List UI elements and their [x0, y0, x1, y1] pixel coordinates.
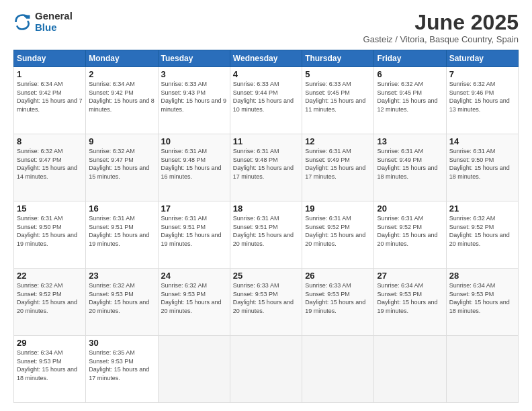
calendar-cell: 25 Sunrise: 6:33 AM Sunset: 9:53 PM Dayl…: [230, 269, 302, 336]
day-info: Sunrise: 6:34 AM Sunset: 9:53 PM Dayligh…: [17, 349, 83, 382]
day-number: 9: [89, 136, 154, 146]
day-info: Sunrise: 6:31 AM Sunset: 9:48 PM Dayligh…: [161, 147, 227, 181]
day-info: Sunrise: 6:31 AM Sunset: 9:51 PM Dayligh…: [161, 214, 227, 248]
day-number: 17: [161, 203, 227, 214]
day-number: 23: [89, 271, 154, 281]
header-monday: Monday: [86, 50, 158, 67]
calendar-cell: 28 Sunrise: 6:34 AM Sunset: 9:53 PM Dayl…: [446, 269, 518, 336]
calendar-cell: [158, 336, 230, 403]
calendar-cell: 3 Sunrise: 6:33 AM Sunset: 9:43 PM Dayli…: [158, 67, 230, 134]
calendar-cell: 4 Sunrise: 6:33 AM Sunset: 9:44 PM Dayli…: [230, 67, 302, 134]
calendar-cell: 18 Sunrise: 6:31 AM Sunset: 9:51 PM Dayl…: [230, 201, 302, 269]
calendar-cell: 16 Sunrise: 6:31 AM Sunset: 9:51 PM Dayl…: [86, 201, 158, 269]
day-info: Sunrise: 6:32 AM Sunset: 9:53 PM Dayligh…: [89, 281, 154, 315]
day-number: 22: [17, 271, 83, 281]
day-number: 7: [449, 69, 515, 79]
day-number: 24: [161, 271, 227, 281]
calendar-header-row: SundayMondayTuesdayWednesdayThursdayFrid…: [14, 50, 519, 67]
calendar-cell: 14 Sunrise: 6:31 AM Sunset: 9:50 PM Dayl…: [446, 134, 518, 201]
header-friday: Friday: [374, 50, 446, 67]
day-number: 18: [233, 203, 299, 214]
day-info: Sunrise: 6:34 AM Sunset: 9:42 PM Dayligh…: [89, 80, 154, 113]
day-number: 5: [305, 69, 371, 79]
day-info: Sunrise: 6:31 AM Sunset: 9:51 PM Dayligh…: [233, 214, 299, 248]
calendar-cell: 17 Sunrise: 6:31 AM Sunset: 9:51 PM Dayl…: [158, 201, 230, 269]
calendar-cell: 6 Sunrise: 6:32 AM Sunset: 9:45 PM Dayli…: [374, 67, 446, 134]
day-number: 28: [449, 271, 515, 281]
day-info: Sunrise: 6:31 AM Sunset: 9:52 PM Dayligh…: [305, 214, 371, 248]
day-info: Sunrise: 6:32 AM Sunset: 9:53 PM Dayligh…: [161, 281, 227, 315]
day-info: Sunrise: 6:32 AM Sunset: 9:52 PM Dayligh…: [449, 214, 515, 248]
calendar-cell: 11 Sunrise: 6:31 AM Sunset: 9:48 PM Dayl…: [230, 134, 302, 201]
header-tuesday: Tuesday: [158, 50, 230, 67]
logo-icon: [13, 13, 32, 32]
day-info: Sunrise: 6:34 AM Sunset: 9:42 PM Dayligh…: [17, 80, 83, 113]
calendar-week-3: 15 Sunrise: 6:31 AM Sunset: 9:50 PM Dayl…: [14, 201, 519, 269]
header-wednesday: Wednesday: [230, 50, 302, 67]
calendar-cell: 26 Sunrise: 6:33 AM Sunset: 9:53 PM Dayl…: [302, 269, 374, 336]
day-number: 6: [377, 69, 443, 79]
calendar-cell: 2 Sunrise: 6:34 AM Sunset: 9:42 PM Dayli…: [86, 67, 158, 134]
calendar-cell: 20 Sunrise: 6:31 AM Sunset: 9:52 PM Dayl…: [374, 201, 446, 269]
day-info: Sunrise: 6:31 AM Sunset: 9:49 PM Dayligh…: [377, 147, 443, 181]
day-info: Sunrise: 6:31 AM Sunset: 9:50 PM Dayligh…: [449, 147, 515, 181]
calendar-cell: 27 Sunrise: 6:34 AM Sunset: 9:53 PM Dayl…: [374, 269, 446, 336]
day-number: 16: [89, 203, 154, 214]
calendar-week-5: 29 Sunrise: 6:34 AM Sunset: 9:53 PM Dayl…: [14, 336, 519, 403]
day-number: 15: [17, 203, 83, 214]
day-number: 30: [89, 338, 154, 348]
day-number: 1: [17, 69, 83, 79]
day-number: 14: [449, 136, 515, 146]
calendar-table: SundayMondayTuesdayWednesdayThursdayFrid…: [13, 50, 519, 403]
calendar-cell: 30 Sunrise: 6:35 AM Sunset: 9:53 PM Dayl…: [86, 336, 158, 403]
calendar-cell: 29 Sunrise: 6:34 AM Sunset: 9:53 PM Dayl…: [14, 336, 86, 403]
day-number: 26: [305, 271, 371, 281]
logo-general: General: [35, 11, 73, 22]
calendar-cell: 10 Sunrise: 6:31 AM Sunset: 9:48 PM Dayl…: [158, 134, 230, 201]
logo: General Blue: [13, 11, 73, 33]
day-number: 3: [161, 69, 227, 79]
day-number: 19: [305, 203, 371, 214]
header-sunday: Sunday: [14, 50, 86, 67]
header: General Blue June 2025 Gasteiz / Vitoria…: [13, 11, 519, 44]
calendar-cell: 7 Sunrise: 6:32 AM Sunset: 9:46 PM Dayli…: [446, 67, 518, 134]
day-info: Sunrise: 6:31 AM Sunset: 9:51 PM Dayligh…: [89, 214, 154, 248]
day-info: Sunrise: 6:32 AM Sunset: 9:45 PM Dayligh…: [377, 80, 443, 113]
day-info: Sunrise: 6:32 AM Sunset: 9:46 PM Dayligh…: [449, 80, 515, 113]
day-number: 4: [233, 69, 299, 79]
day-info: Sunrise: 6:33 AM Sunset: 9:53 PM Dayligh…: [305, 281, 371, 315]
day-number: 10: [161, 136, 227, 146]
day-info: Sunrise: 6:33 AM Sunset: 9:45 PM Dayligh…: [305, 80, 371, 113]
day-number: 12: [305, 136, 371, 146]
calendar-cell: 12 Sunrise: 6:31 AM Sunset: 9:49 PM Dayl…: [302, 134, 374, 201]
day-info: Sunrise: 6:31 AM Sunset: 9:48 PM Dayligh…: [233, 147, 299, 181]
calendar-cell: 1 Sunrise: 6:34 AM Sunset: 9:42 PM Dayli…: [14, 67, 86, 134]
day-info: Sunrise: 6:31 AM Sunset: 9:49 PM Dayligh…: [305, 147, 371, 181]
calendar-cell: 9 Sunrise: 6:32 AM Sunset: 9:47 PM Dayli…: [86, 134, 158, 201]
calendar-cell: 23 Sunrise: 6:32 AM Sunset: 9:53 PM Dayl…: [86, 269, 158, 336]
day-info: Sunrise: 6:31 AM Sunset: 9:50 PM Dayligh…: [17, 214, 83, 248]
day-number: 25: [233, 271, 299, 281]
day-info: Sunrise: 6:33 AM Sunset: 9:44 PM Dayligh…: [233, 80, 299, 113]
calendar-cell: [374, 336, 446, 403]
title-block: June 2025 Gasteiz / Vitoria, Basque Coun…: [363, 11, 519, 44]
title-month: June 2025: [363, 11, 519, 34]
day-number: 27: [377, 271, 443, 281]
title-location: Gasteiz / Vitoria, Basque Country, Spain: [363, 34, 519, 44]
day-info: Sunrise: 6:31 AM Sunset: 9:52 PM Dayligh…: [377, 214, 443, 248]
day-number: 2: [89, 69, 154, 79]
calendar-week-4: 22 Sunrise: 6:32 AM Sunset: 9:52 PM Dayl…: [14, 269, 519, 336]
day-number: 8: [17, 136, 83, 146]
calendar-cell: [446, 336, 518, 403]
calendar-cell: [230, 336, 302, 403]
calendar-cell: 13 Sunrise: 6:31 AM Sunset: 9:49 PM Dayl…: [374, 134, 446, 201]
logo-blue: Blue: [35, 22, 73, 34]
calendar-cell: 8 Sunrise: 6:32 AM Sunset: 9:47 PM Dayli…: [14, 134, 86, 201]
day-number: 29: [17, 338, 83, 348]
calendar-cell: 5 Sunrise: 6:33 AM Sunset: 9:45 PM Dayli…: [302, 67, 374, 134]
calendar-cell: 15 Sunrise: 6:31 AM Sunset: 9:50 PM Dayl…: [14, 201, 86, 269]
header-thursday: Thursday: [302, 50, 374, 67]
page: General Blue June 2025 Gasteiz / Vitoria…: [0, 0, 532, 411]
day-info: Sunrise: 6:34 AM Sunset: 9:53 PM Dayligh…: [449, 281, 515, 315]
day-number: 13: [377, 136, 443, 146]
